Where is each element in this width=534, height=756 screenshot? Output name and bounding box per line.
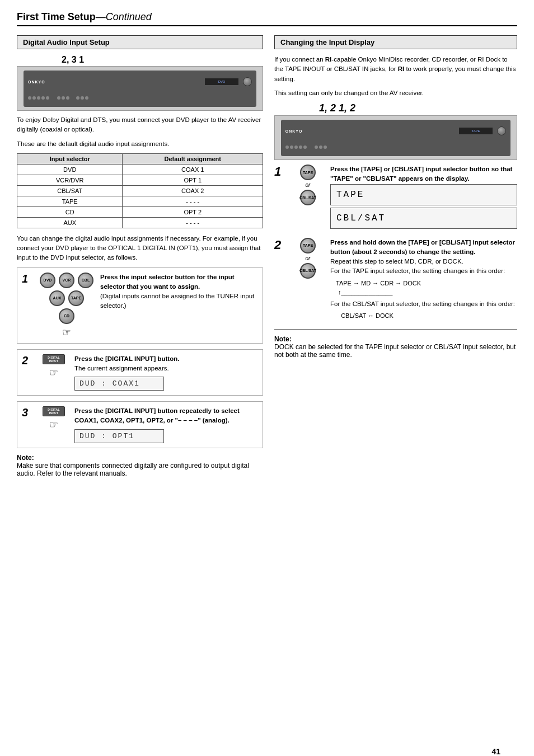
- receiver-logo: ONKYO: [28, 80, 45, 84]
- step-2-sub: The current assignment appears.: [74, 364, 258, 373]
- cd-selector-btn[interactable]: CD: [59, 308, 74, 324]
- rec-btn-7: [62, 96, 65, 100]
- rec-btn-2: [32, 96, 36, 100]
- cblsat-btn-right[interactable]: CBL/SAT: [300, 190, 316, 205]
- right-step-1-instruction: Press the [TAPE] or [CBL/SAT] input sele…: [330, 166, 512, 182]
- step-3-display: DUD : OPT1: [74, 429, 164, 443]
- table-cell-input: AUX: [17, 217, 123, 228]
- right-step-2-icon: TAPE or CBL/SAT: [291, 238, 325, 323]
- table-cell-input: CBL/SAT: [17, 185, 123, 196]
- table-cell-assignment: OPT 1: [123, 175, 263, 185]
- step-3-num: 3: [22, 406, 33, 443]
- left-section-title: Digital Audio Input Setup: [17, 35, 263, 49]
- rec-btn-6: [57, 96, 60, 100]
- volume-knob: [243, 77, 252, 86]
- right-section-title: Changing the Input Display: [274, 35, 517, 49]
- right-step-2-sub2: For the TAPE input selector, the setting…: [330, 266, 517, 276]
- volume-knob-right: [497, 126, 506, 135]
- receiver-display-right: TAPE: [459, 128, 493, 134]
- step-3-block: 3 DIGITALINPUT ☞ Press the [DIGITAL INPU…: [17, 401, 263, 448]
- right-step-2-num: 2: [274, 238, 285, 323]
- table-cell-input: TAPE: [17, 196, 123, 206]
- cblsat-btn-right-2[interactable]: CBL/SAT: [300, 263, 316, 279]
- table-row: VCR/DVROPT 1: [17, 175, 263, 185]
- digital-input-btn-2[interactable]: DIGITALINPUT: [43, 406, 65, 416]
- receiver-body-right: ONKYO TAPE: [281, 120, 510, 156]
- left-note: Note: Make sure that components connecte…: [17, 454, 263, 477]
- table-row: TAPE- - - -: [17, 196, 263, 206]
- rec-btn-11: [85, 96, 88, 100]
- receiver-buttons-right: [285, 145, 506, 149]
- table-cell-assignment: - - - -: [123, 196, 263, 206]
- tape-btn-right[interactable]: TAPE: [300, 165, 316, 180]
- table-row: CDOPT 2: [17, 206, 263, 217]
- selector-buttons-group-2: AUX TAPE: [49, 290, 84, 306]
- table-col2-header: Default assignment: [123, 153, 263, 164]
- page-title: First Time Setup—Continued: [17, 11, 517, 23]
- left-column: Digital Audio Input Setup 2, 3 1 ONKYO D…: [17, 35, 263, 477]
- step-2-content: Press the [DIGITAL INPUT] button. The cu…: [74, 354, 258, 391]
- finger-icon-3: ☞: [49, 419, 58, 431]
- finger-icon-2: ☞: [49, 367, 58, 379]
- receiver-image-left: ONKYO DVD: [17, 66, 263, 111]
- main-content: Digital Audio Input Setup 2, 3 1 ONKYO D…: [17, 35, 517, 477]
- digital-input-btn[interactable]: DIGITALINPUT: [43, 354, 65, 364]
- tape-selector-btn-left[interactable]: TAPE: [68, 290, 84, 306]
- step-3-content: Press the [DIGITAL INPUT] button repeate…: [74, 406, 258, 443]
- rec-btn-r8: [324, 145, 327, 149]
- step-1-sub: (Digital inputs cannot be assigned to th…: [100, 292, 258, 311]
- right-intro-1: If you connect an RI-capable Onkyo MiniD…: [274, 55, 517, 84]
- cblsat-arrow-diagram: CBL/SAT ↔ DOCK: [330, 311, 517, 321]
- intro-text-1: To enjoy Dolby Digital and DTS, you must…: [17, 115, 263, 135]
- input-table: Input selector Default assignment DVDCOA…: [17, 153, 263, 228]
- step-3-instruction: Press the [DIGITAL INPUT] button repeate…: [74, 407, 240, 424]
- table-cell-input: CD: [17, 206, 123, 217]
- page-header: First Time Setup—Continued: [17, 11, 517, 26]
- rec-btn-r2: [290, 145, 293, 149]
- tape-btn-right-2[interactable]: TAPE: [300, 238, 316, 253]
- rec-btn-r6: [315, 145, 318, 149]
- page-number: 41: [491, 747, 500, 756]
- cblsat-selector-btn[interactable]: CBL: [78, 273, 93, 288]
- table-cell-assignment: COAX 2: [123, 185, 263, 196]
- step-2-block: 2 DIGITALINPUT ☞ Press the [DIGITAL INPU…: [17, 349, 263, 396]
- receiver-top-right: ONKYO TAPE: [285, 126, 506, 135]
- right-step-1-icon: TAPE or CBL/SAT: [291, 165, 325, 231]
- step-2-num: 2: [22, 354, 33, 391]
- receiver-body: ONKYO DVD: [24, 71, 256, 107]
- step-labels-above: 2, 3 1: [17, 55, 263, 65]
- table-cell-assignment: OPT 2: [123, 206, 263, 217]
- right-step-1-num: 1: [274, 165, 285, 231]
- step-2-display: DUD : COAX1: [74, 377, 164, 391]
- right-column: Changing the Input Display If you connec…: [274, 35, 517, 477]
- rec-btn-10: [81, 96, 84, 100]
- right-receiver-labels: 1, 2 1, 2: [274, 102, 517, 114]
- table-col1-header: Input selector: [17, 153, 123, 164]
- table-cell-input: VCR/DVR: [17, 175, 123, 185]
- tape-arrow-diagram: TAPE → MD → CDR → DOCK ↑_______________: [330, 279, 517, 297]
- step-1-num: 1: [22, 273, 33, 339]
- aux-selector-btn[interactable]: AUX: [49, 290, 65, 306]
- rec-btn-r1: [285, 145, 289, 149]
- step-2-icon: DIGITALINPUT ☞: [40, 354, 68, 391]
- divider: [274, 329, 517, 330]
- tape-display-1: TAPE: [330, 184, 517, 205]
- step-1-content: Press the input selector button for the …: [100, 273, 258, 339]
- step-2-instruction: Press the [DIGITAL INPUT] button.: [74, 355, 179, 362]
- rec-btn-1: [28, 96, 31, 100]
- receiver-buttons: [28, 96, 252, 100]
- vcrdvr-selector-btn[interactable]: VCR: [59, 273, 74, 288]
- step-1-instruction: Press the input selector button for the …: [100, 274, 235, 290]
- receiver-logo-right: ONKYO: [285, 129, 303, 133]
- dvd-selector-btn[interactable]: DVD: [40, 273, 55, 288]
- table-cell-assignment: COAX 1: [123, 164, 263, 175]
- rec-btn-r7: [319, 145, 322, 149]
- rec-btn-3: [37, 96, 40, 100]
- table-row: CBL/SATCOAX 2: [17, 185, 263, 196]
- rec-btn-r4: [299, 145, 302, 149]
- right-intro-2: This setting can only be changed on the …: [274, 88, 517, 98]
- step-1-block: 1 DVD VCR CBL: [17, 267, 263, 344]
- table-cell-assignment: - - - -: [123, 217, 263, 228]
- intro-text-2: These are the default digital audio inpu…: [17, 139, 263, 149]
- right-step-1-block: 1 TAPE or CBL/SAT Press the [TAPE] or [C…: [274, 165, 517, 231]
